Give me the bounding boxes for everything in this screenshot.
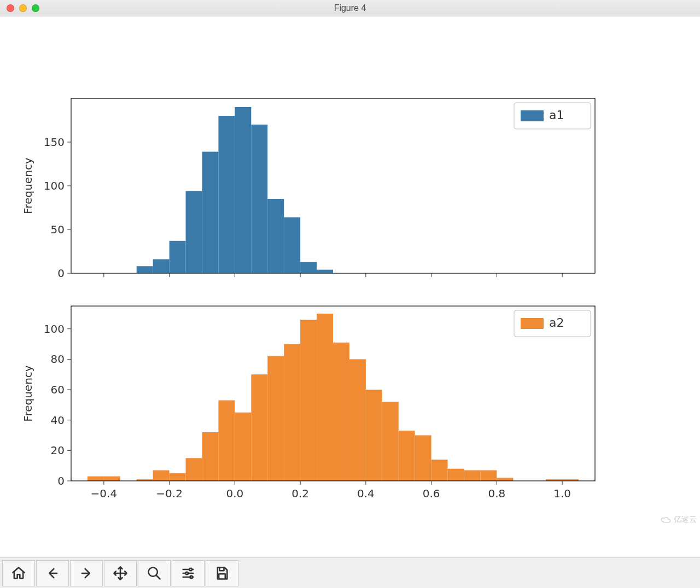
- zoom-button[interactable]: [138, 560, 171, 586]
- zoom-icon: [147, 566, 162, 581]
- svg-rect-2: [170, 241, 186, 273]
- svg-text:20: 20: [51, 444, 65, 457]
- home-icon: [11, 566, 26, 581]
- sliders-icon: [180, 566, 196, 581]
- home-button[interactable]: [2, 560, 35, 586]
- svg-text:1.0: 1.0: [553, 487, 571, 500]
- figure-canvas: 050100150Frequencya1020406080100−0.4−0.2…: [0, 16, 700, 557]
- minimize-icon[interactable]: [19, 4, 27, 12]
- svg-text:Frequency: Frequency: [21, 157, 34, 214]
- svg-rect-36: [153, 471, 170, 481]
- svg-rect-42: [251, 374, 267, 481]
- svg-rect-0: [137, 266, 153, 273]
- svg-rect-45: [300, 320, 317, 481]
- svg-text:a2: a2: [549, 316, 564, 330]
- svg-rect-54: [448, 469, 464, 481]
- svg-text:0: 0: [57, 267, 65, 280]
- save-button[interactable]: [206, 560, 238, 586]
- close-icon[interactable]: [7, 4, 14, 12]
- svg-text:−0.2: −0.2: [156, 487, 183, 500]
- svg-rect-10: [300, 262, 317, 273]
- svg-text:80: 80: [51, 352, 65, 366]
- pan-button[interactable]: [104, 560, 137, 586]
- svg-text:0.0: 0.0: [226, 487, 243, 500]
- watermark: 亿速云: [661, 515, 697, 525]
- svg-rect-31: [521, 110, 544, 121]
- svg-rect-6: [235, 107, 251, 273]
- svg-text:0.4: 0.4: [357, 487, 375, 500]
- save-icon: [214, 566, 230, 581]
- svg-rect-39: [202, 432, 219, 481]
- back-button[interactable]: [36, 560, 69, 586]
- zoom-icon[interactable]: [32, 4, 39, 12]
- svg-rect-55: [464, 471, 481, 481]
- svg-rect-7: [251, 125, 267, 273]
- svg-rect-33: [88, 477, 104, 481]
- svg-text:40: 40: [51, 414, 65, 427]
- svg-rect-44: [284, 344, 300, 481]
- svg-rect-5: [218, 116, 235, 273]
- window-controls: [7, 4, 39, 12]
- svg-text:150: 150: [44, 136, 65, 149]
- svg-rect-34: [104, 477, 120, 481]
- svg-rect-47: [333, 343, 349, 481]
- svg-rect-91: [521, 318, 544, 329]
- svg-rect-57: [497, 478, 513, 481]
- svg-rect-41: [235, 413, 251, 481]
- forward-button[interactable]: [70, 560, 103, 586]
- svg-text:60: 60: [51, 383, 65, 396]
- svg-rect-50: [382, 402, 399, 481]
- svg-text:−0.4: −0.4: [91, 487, 118, 500]
- watermark-text: 亿速云: [674, 515, 697, 525]
- svg-text:0.2: 0.2: [291, 487, 309, 500]
- svg-text:100: 100: [44, 322, 65, 336]
- svg-rect-52: [415, 436, 431, 481]
- arrow-right-icon: [79, 566, 94, 581]
- svg-rect-11: [317, 270, 333, 273]
- svg-rect-53: [431, 460, 448, 481]
- figure-svg: 050100150Frequencya1020406080100−0.4−0.2…: [0, 16, 700, 557]
- window-title: Figure 4: [0, 3, 700, 13]
- svg-rect-38: [186, 458, 202, 481]
- svg-text:50: 50: [51, 223, 65, 236]
- svg-rect-40: [218, 401, 235, 481]
- arrow-left-icon: [45, 566, 60, 581]
- svg-rect-49: [366, 390, 382, 481]
- svg-rect-1: [153, 259, 170, 273]
- svg-point-94: [189, 568, 192, 571]
- svg-text:100: 100: [44, 179, 65, 192]
- svg-rect-48: [349, 359, 366, 481]
- svg-rect-4: [202, 152, 219, 273]
- svg-rect-46: [317, 314, 333, 481]
- svg-text:Frequency: Frequency: [21, 365, 34, 421]
- move-icon: [113, 566, 128, 581]
- svg-text:0.8: 0.8: [488, 487, 505, 500]
- svg-rect-9: [284, 217, 300, 273]
- svg-text:0.6: 0.6: [423, 487, 440, 500]
- svg-rect-51: [399, 431, 415, 481]
- configure-button[interactable]: [172, 560, 205, 586]
- svg-rect-37: [170, 473, 186, 481]
- svg-rect-43: [267, 356, 284, 481]
- svg-text:a1: a1: [549, 108, 564, 122]
- matplotlib-toolbar: [0, 557, 700, 588]
- svg-rect-56: [480, 471, 497, 481]
- svg-point-95: [185, 572, 188, 574]
- svg-rect-3: [186, 191, 202, 273]
- svg-text:0: 0: [57, 474, 65, 487]
- svg-rect-8: [267, 199, 284, 273]
- figure-window: Figure 4 050100150Frequencya102040608010…: [0, 0, 700, 588]
- titlebar: Figure 4: [0, 0, 700, 16]
